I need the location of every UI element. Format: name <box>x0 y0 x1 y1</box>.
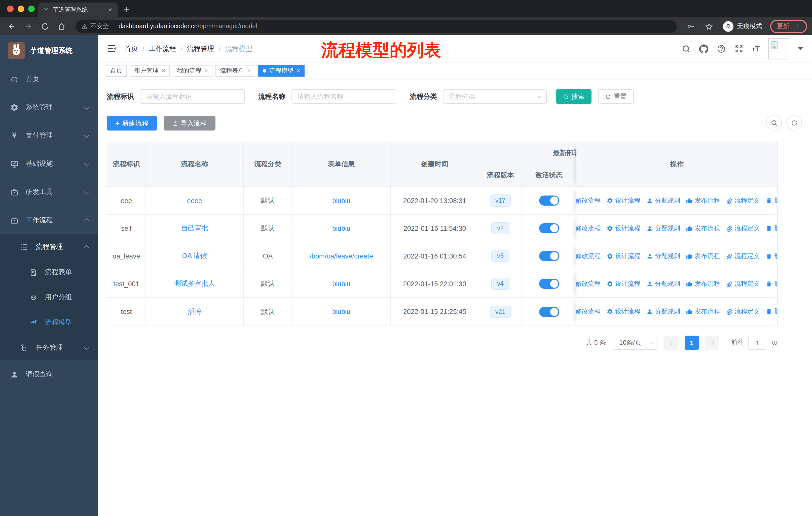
show-search-button[interactable] <box>766 115 782 131</box>
active-status-toggle[interactable] <box>539 307 559 317</box>
url-bar[interactable]: 不安全 dashboard.yudao.iocoder.cn /bpm/mana… <box>76 20 677 32</box>
sidebar-item-user-group[interactable]: 用户分组 <box>0 285 98 310</box>
import-process-button[interactable]: 导入流程 <box>164 116 215 131</box>
forward-icon[interactable] <box>24 22 33 30</box>
prev-page-button[interactable] <box>664 335 678 350</box>
action-publish-link[interactable]: 发布流程 <box>686 279 720 288</box>
github-icon[interactable] <box>699 44 708 53</box>
avatar-caret-down-icon[interactable] <box>798 47 803 50</box>
sidebar-item-workflow[interactable]: 工作流程 <box>0 206 98 234</box>
process-name-link[interactable]: eeee <box>187 197 202 204</box>
sidebar-item-process-management[interactable]: 流程管理 <box>0 234 98 260</box>
fullscreen-icon[interactable] <box>734 44 743 53</box>
window-controls[interactable] <box>7 5 35 12</box>
sidebar-item-process-model[interactable]: 流程模型 <box>0 310 98 335</box>
minimize-window-button[interactable] <box>18 5 24 12</box>
tag-process-model[interactable]: 流程模型× <box>258 65 304 76</box>
breadcrumb-home[interactable]: 首页 <box>124 44 138 53</box>
zoom-window-button[interactable] <box>28 5 35 12</box>
tag-close-icon[interactable]: × <box>162 67 165 74</box>
tag-close-icon[interactable]: × <box>296 67 300 74</box>
action-edit-link[interactable]: 修改流程 <box>576 196 601 205</box>
action-user-link[interactable]: 分配规则 <box>646 279 680 288</box>
active-status-toggle[interactable] <box>539 251 559 261</box>
process-name-input[interactable] <box>291 89 396 104</box>
sidebar-collapse-icon[interactable] <box>107 44 116 53</box>
action-link-link[interactable]: 流程定义 <box>726 224 760 233</box>
action-edit-link[interactable]: 修改流程 <box>576 252 601 260</box>
form-info-link[interactable]: /bpm/oa/leave/create <box>310 252 373 260</box>
action-gear-link[interactable]: 设计流程 <box>607 224 640 233</box>
sidebar-item-leave-query[interactable]: 请假查询 <box>0 360 98 388</box>
category-select[interactable]: 流程分类 <box>443 89 547 104</box>
form-info-link[interactable]: biubiu <box>332 280 350 288</box>
reload-icon[interactable] <box>41 22 49 30</box>
action-gear-link[interactable]: 设计流程 <box>607 307 640 316</box>
browser-menu-icon[interactable]: ⋮ <box>794 22 801 30</box>
breadcrumb-process-management[interactable]: 流程管理 <box>187 44 214 53</box>
process-name-link[interactable]: 测试多审批人 <box>174 279 215 288</box>
sidebar-item-dev-tools[interactable]: 研发工具 <box>0 178 98 206</box>
process-name-link[interactable]: OA 请假 <box>182 251 207 261</box>
form-info-link[interactable]: biubiu <box>332 197 350 204</box>
action-trash-link[interactable]: 删除 <box>766 279 777 288</box>
action-link-link[interactable]: 流程定义 <box>726 307 760 316</box>
next-page-button[interactable] <box>705 335 719 350</box>
app-logo[interactable]: 芋道管理系统 <box>0 35 98 65</box>
action-user-link[interactable]: 分配规则 <box>646 224 680 233</box>
action-trash-link[interactable]: 删除 <box>766 307 777 316</box>
action-publish-link[interactable]: 发布流程 <box>686 252 720 260</box>
sidebar-item-home[interactable]: 首页 <box>0 65 98 93</box>
tag-process-form[interactable]: 流程表单× <box>215 65 255 76</box>
breadcrumb-workflow[interactable]: 工作流程 <box>149 44 176 53</box>
process-name-link[interactable]: 滔博 <box>188 307 201 316</box>
avatar[interactable] <box>768 38 789 59</box>
help-icon[interactable] <box>717 44 726 53</box>
tag-tenant[interactable]: 租户管理× <box>130 65 170 76</box>
action-publish-link[interactable]: 发布流程 <box>686 307 720 316</box>
not-secure-label[interactable]: 不安全 <box>90 22 109 30</box>
create-process-button[interactable]: + 新建流程 <box>107 116 157 131</box>
current-page-button[interactable]: 1 <box>685 335 699 350</box>
action-gear-link[interactable]: 设计流程 <box>607 196 640 205</box>
form-info-link[interactable]: biubiu <box>332 308 350 316</box>
tag-close-icon[interactable]: × <box>204 67 208 74</box>
action-user-link[interactable]: 分配规则 <box>646 252 680 260</box>
home-icon[interactable] <box>57 22 66 30</box>
action-edit-link[interactable]: 修改流程 <box>576 307 601 316</box>
refresh-table-button[interactable] <box>786 115 802 131</box>
action-link-link[interactable]: 流程定义 <box>726 196 760 205</box>
action-publish-link[interactable]: 发布流程 <box>686 224 720 233</box>
bookmark-star-icon[interactable] <box>705 22 713 30</box>
action-gear-link[interactable]: 设计流程 <box>607 252 640 260</box>
tag-close-icon[interactable]: × <box>247 67 251 74</box>
font-size-icon[interactable]: TT <box>752 44 760 53</box>
active-status-toggle[interactable] <box>539 279 559 289</box>
sidebar-item-process-form[interactable]: 流程表单 <box>0 260 98 285</box>
tag-home[interactable]: 首页 <box>106 65 127 76</box>
action-user-link[interactable]: 分配规则 <box>646 307 680 316</box>
form-info-link[interactable]: biubiu <box>332 224 350 232</box>
process-name-link[interactable]: 自己审批 <box>181 224 208 233</box>
sidebar-item-system[interactable]: 系统管理 <box>0 93 98 121</box>
back-icon[interactable] <box>7 22 16 30</box>
new-tab-button[interactable]: + <box>124 4 129 14</box>
sidebar-item-infrastructure[interactable]: 基础设施 <box>0 150 98 178</box>
update-button[interactable]: 更新 ⋮ <box>770 19 807 33</box>
action-edit-link[interactable]: 修改流程 <box>576 279 601 288</box>
active-status-toggle[interactable] <box>539 223 559 233</box>
page-size-select[interactable]: 10条/页 <box>613 335 658 350</box>
process-id-input[interactable] <box>140 89 245 104</box>
action-link-link[interactable]: 流程定义 <box>726 252 760 260</box>
active-status-toggle[interactable] <box>539 195 559 206</box>
search-button[interactable]: 搜索 <box>556 89 591 104</box>
action-edit-link[interactable]: 修改流程 <box>576 224 601 233</box>
sidebar-item-payment[interactable]: ¥ 支付管理 <box>0 121 98 150</box>
sidebar-item-task-management[interactable]: 任务管理 <box>0 335 98 360</box>
search-icon[interactable] <box>682 44 690 53</box>
browser-tab[interactable]: 芋道管理系统 × <box>38 2 118 17</box>
tag-my-process[interactable]: 我的流程× <box>173 65 212 76</box>
close-window-button[interactable] <box>7 5 13 12</box>
reset-button[interactable]: 重置 <box>598 89 634 104</box>
key-icon[interactable] <box>687 22 695 30</box>
